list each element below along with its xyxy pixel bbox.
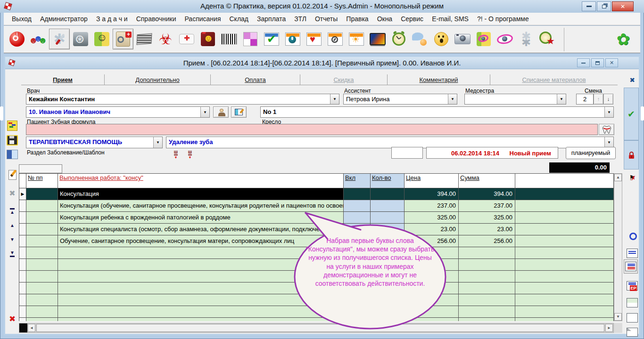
cancel-blue-icon[interactable]: ✖ xyxy=(625,73,639,87)
restore-button[interactable] xyxy=(597,1,611,11)
chair-combobox[interactable]: No 1 ▼ xyxy=(260,106,614,118)
note-blank-icon[interactable] xyxy=(625,311,639,325)
doc-maximize-button[interactable] xyxy=(591,58,604,67)
calendar-sun-icon[interactable]: ☀ xyxy=(346,29,367,49)
menu-item[interactable]: Склад xyxy=(225,15,253,23)
hscroll-left-button[interactable]: ◄ xyxy=(28,324,35,332)
menu-item[interactable]: E-mail, SMS xyxy=(428,15,473,23)
finder-icon[interactable]: ☺ xyxy=(91,29,112,49)
tab-comment[interactable]: Комментарий xyxy=(388,74,490,85)
doc-minimize-button[interactable] xyxy=(577,58,590,67)
calendar-heart-icon[interactable]: ♥ xyxy=(304,29,324,49)
menu-item[interactable]: Правка xyxy=(342,15,372,23)
tab-reception[interactable]: Прием xyxy=(21,74,105,85)
header-work[interactable]: Выполненная работа: "консу" xyxy=(58,174,344,188)
tv-icon[interactable] xyxy=(367,29,388,49)
media-icon[interactable]: ⊛ xyxy=(70,29,91,49)
unpin-icon[interactable]: ⚑✗ xyxy=(625,170,639,185)
camera-icon[interactable] xyxy=(452,29,473,49)
patient-combobox[interactable]: 10. Иванов Иван Иванович ▼ xyxy=(26,106,210,118)
patient-card-button[interactable] xyxy=(213,106,229,118)
window-icon[interactable] xyxy=(5,147,19,161)
alarm-icon[interactable] xyxy=(388,29,409,49)
firstaid-icon[interactable] xyxy=(176,29,197,49)
save-icon[interactable] xyxy=(5,133,19,147)
menu-item[interactable]: Администратор xyxy=(36,15,92,23)
barcode-icon[interactable] xyxy=(219,29,239,49)
header-qty[interactable]: Кол-во xyxy=(371,174,405,188)
nav-last-icon[interactable]: ▼ xyxy=(5,247,19,261)
close-button[interactable]: ✕ xyxy=(612,1,634,11)
nav-first-icon[interactable]: ▲ xyxy=(5,204,19,218)
minimize-button[interactable] xyxy=(582,1,596,11)
eyecard-icon[interactable] xyxy=(473,29,494,49)
gears-icon[interactable]: ✱ xyxy=(516,29,537,49)
header-num[interactable]: № пп xyxy=(26,174,58,188)
apply-panel[interactable]: ✔ xyxy=(624,88,639,140)
medcard-icon[interactable]: + xyxy=(113,29,133,49)
delete-gray-icon[interactable]: ✖ xyxy=(5,186,19,201)
table-row[interactable]: ▶Консультация394.00394.00 xyxy=(19,188,614,200)
template-down-icon[interactable]: ш▼ xyxy=(171,150,181,159)
hscroll-right-button[interactable]: ► xyxy=(605,324,613,332)
menu-item[interactable]: Выход xyxy=(8,15,36,23)
surprise-icon[interactable] xyxy=(431,29,452,49)
nav-down-icon[interactable]: ▼ xyxy=(5,233,19,247)
doctor-dropdown-arrow[interactable]: ▼ xyxy=(330,94,339,104)
menu-item[interactable]: З а д а ч и xyxy=(92,15,132,23)
header-sum[interactable]: Сумма xyxy=(459,174,515,188)
menu-item[interactable]: Расписания xyxy=(181,15,225,23)
menu-item[interactable]: Отчеты xyxy=(311,15,342,23)
left-edge-thumb[interactable] xyxy=(0,106,3,121)
doc-close-button[interactable]: ✕ xyxy=(605,58,618,67)
tooth-button[interactable] xyxy=(599,124,614,135)
biohazard-icon[interactable]: ☣ xyxy=(155,29,176,49)
shift-value[interactable]: 2 xyxy=(576,94,594,105)
calendar-check-icon[interactable]: ✔ xyxy=(261,29,282,49)
doclines-active-icon[interactable] xyxy=(624,259,638,274)
planned-button[interactable]: планируемый xyxy=(566,147,616,159)
patient-info-button[interactable] xyxy=(231,106,247,118)
nav-up-icon[interactable]: ▲ xyxy=(5,218,19,233)
table-vscrollbar[interactable]: ▲ ▼ xyxy=(614,173,622,321)
chat-icon[interactable] xyxy=(410,29,430,49)
lock-panel[interactable] xyxy=(624,140,639,170)
edit-icon[interactable] xyxy=(5,168,19,182)
vscroll-up-button[interactable]: ▲ xyxy=(614,174,622,181)
settings-icon[interactable]: ✱ xyxy=(49,29,70,49)
icq-flower-icon[interactable]: ✿ xyxy=(613,29,634,49)
close-red-icon[interactable]: ✖ xyxy=(5,312,19,326)
faces-icon[interactable]: ☻♥♥ xyxy=(198,29,218,49)
users-icon[interactable]: ☻ xyxy=(28,29,49,49)
ep-icon[interactable]: EP xyxy=(625,279,639,293)
nurse-combobox[interactable]: ▼ xyxy=(464,94,566,105)
section-dropdown-arrow[interactable]: ▼ xyxy=(153,137,162,148)
patient-dropdown-arrow[interactable]: ▼ xyxy=(200,107,209,117)
assistant-dropdown-arrow[interactable]: ▼ xyxy=(448,94,457,104)
header-price[interactable]: Цена xyxy=(405,174,459,188)
schedule-icon[interactable] xyxy=(240,29,261,49)
calendar-power-icon[interactable] xyxy=(282,29,303,49)
tab-additional[interactable]: Дополнительно xyxy=(105,74,211,85)
disease-dropdown-arrow[interactable]: ▼ xyxy=(604,137,613,148)
formula-icon[interactable] xyxy=(5,119,19,133)
eye-icon[interactable] xyxy=(495,29,515,49)
template-down2-icon[interactable]: ш▼ xyxy=(185,150,195,159)
doclines-icon[interactable] xyxy=(625,246,639,260)
tab-payment[interactable]: Оплата xyxy=(211,74,300,85)
menu-item[interactable]: Окна xyxy=(373,15,397,23)
doctor-combobox[interactable]: Кежайкин Константин ▼ xyxy=(26,94,339,105)
tab-materials[interactable]: Списание материалов xyxy=(490,74,618,85)
menu-item[interactable]: ?! - О программе xyxy=(473,15,533,23)
number-box[interactable] xyxy=(391,147,423,159)
assistant-combobox[interactable]: Петрова Ирина ▼ xyxy=(343,94,457,105)
header-incl[interactable]: Вкл xyxy=(344,174,371,188)
calendar-clock-icon[interactable] xyxy=(325,29,346,49)
books-icon[interactable] xyxy=(134,29,155,49)
note-split-icon[interactable] xyxy=(625,296,639,310)
section-combobox[interactable]: ТЕРАПЕВТИЧЕСКАЯ ПОМОЩЬ ▼ xyxy=(26,137,163,148)
page-fold-icon[interactable] xyxy=(625,325,639,339)
menu-item[interactable]: ЗТЛ xyxy=(290,15,311,23)
menu-item[interactable]: Сервис xyxy=(396,15,428,23)
menu-item[interactable]: Зарплата xyxy=(253,15,290,23)
